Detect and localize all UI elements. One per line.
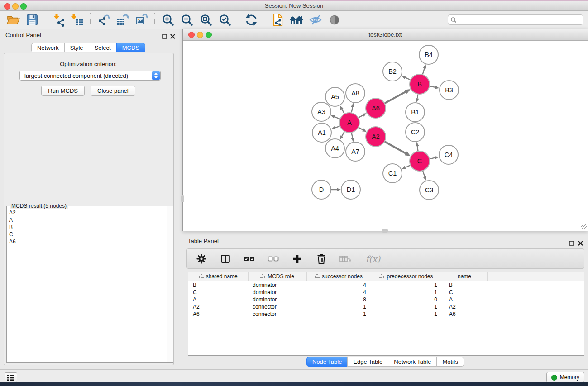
table-cell[interactable]: dominator (248, 289, 306, 296)
window-resize-grip[interactable] (581, 224, 587, 230)
mcds-result-list[interactable]: A2ABCA6 (7, 206, 167, 362)
select-all-button[interactable] (243, 253, 256, 265)
table-cell[interactable]: 1 (306, 310, 371, 318)
float-table-panel-icon[interactable] (569, 239, 574, 248)
table-cell[interactable]: A (442, 296, 487, 303)
table-cell[interactable]: 1 (371, 303, 442, 310)
import-network-button[interactable] (49, 11, 68, 29)
deselect-all-button[interactable] (267, 253, 280, 265)
edge-A-A5[interactable] (342, 109, 344, 114)
hide-selected-button[interactable] (306, 11, 325, 29)
table-cell[interactable]: B (188, 281, 248, 289)
list-item[interactable]: A (9, 216, 167, 224)
edge-A-A7[interactable] (352, 133, 353, 138)
edge-C-C3[interactable] (423, 171, 425, 177)
export-image-button[interactable] (132, 11, 151, 29)
table-settings-button[interactable] (195, 253, 208, 265)
table-cell[interactable]: 4 (306, 289, 371, 296)
column-header-name[interactable]: name (442, 272, 487, 281)
add-row-button[interactable] (291, 253, 304, 265)
edge-A-A4[interactable] (342, 132, 344, 136)
result-list-scrollbar[interactable] (167, 206, 173, 362)
table-row[interactable]: A2connector11A2 (188, 303, 584, 310)
column-header-predecessor-nodes[interactable]: predecessor nodes (371, 272, 442, 281)
tab-node-table[interactable]: Node Table (306, 357, 348, 367)
tab-network-table[interactable]: Network Table (388, 357, 437, 367)
zoom-out-button[interactable] (177, 11, 196, 29)
zoom-in-button[interactable] (158, 11, 177, 29)
show-panels-button[interactable] (5, 372, 17, 383)
home-button[interactable] (287, 11, 306, 29)
import-table-button[interactable] (68, 11, 87, 29)
table-cell[interactable]: 1 (371, 289, 442, 296)
import-network-from-db-button[interactable] (268, 11, 287, 29)
edge-A6-B[interactable] (385, 92, 406, 103)
network-canvas[interactable]: B4B2BB3A8A5A6A3B1AC2A1A2A4A7C4CC1DD1C3 (183, 41, 588, 231)
tab-motifs[interactable]: Motifs (436, 357, 464, 367)
open-session-button[interactable] (4, 11, 23, 29)
edge-B-B4[interactable] (423, 68, 425, 74)
save-session-button[interactable] (23, 11, 42, 29)
tab-style[interactable]: Style (64, 43, 89, 52)
table-cell[interactable]: C (188, 289, 248, 296)
list-item[interactable]: C (9, 231, 167, 238)
export-table-button[interactable] (113, 11, 132, 29)
table-row[interactable]: Cdominator41C (188, 289, 584, 296)
export-network-button[interactable] (94, 11, 113, 29)
table-row[interactable]: A6connector11A6 (188, 310, 584, 318)
edge-C-C2[interactable] (417, 146, 418, 151)
tab-network[interactable]: Network (31, 43, 65, 52)
run-mcds-button[interactable]: Run MCDS (41, 86, 85, 96)
list-item[interactable]: B (9, 224, 167, 231)
refresh-view-button[interactable] (242, 11, 261, 29)
tab-mcds[interactable]: MCDS (116, 43, 145, 52)
edge-A-A6[interactable] (359, 115, 363, 117)
table-cell[interactable]: dominator (248, 281, 306, 289)
edge-A-A2[interactable] (359, 128, 363, 130)
table-cell[interactable]: connector (248, 303, 306, 310)
search-field[interactable] (448, 14, 583, 25)
show-graphics-details-button[interactable] (325, 11, 344, 29)
table-cell[interactable]: 8 (306, 296, 371, 303)
table-row[interactable]: Adominator80A (188, 296, 584, 303)
table-cell[interactable]: B (442, 281, 487, 289)
memory-button[interactable]: Memory (546, 372, 584, 383)
table-cell[interactable]: 1 (306, 303, 371, 310)
edge-A-A8[interactable] (352, 107, 353, 112)
list-item[interactable]: A2 (9, 209, 167, 216)
edge-B-B1[interactable] (417, 95, 418, 99)
table-cell[interactable]: 1 (371, 310, 442, 318)
show-columns-button[interactable] (219, 253, 232, 265)
table-cell[interactable]: A (188, 296, 248, 303)
table-cell[interactable]: 4 (306, 281, 371, 289)
edge-B-B3[interactable] (430, 86, 435, 87)
table-cell[interactable]: A2 (442, 303, 487, 310)
function-builder-button[interactable]: f(x) (363, 253, 383, 265)
node-table-container[interactable]: shared nameMCDS rolesuccessor nodesprede… (188, 272, 584, 356)
delete-table-button[interactable] (339, 253, 352, 265)
criterion-select[interactable]: largest connected component (directed) (19, 71, 161, 81)
zoom-fit-button[interactable] (196, 11, 215, 29)
list-item[interactable]: A6 (9, 238, 167, 245)
edge-A-A3[interactable] (335, 117, 340, 119)
network-vertical-scrollbar[interactable] (181, 195, 184, 202)
search-input[interactable] (457, 15, 583, 24)
zoom-selected-button[interactable] (215, 11, 234, 29)
table-cell[interactable]: A6 (188, 310, 248, 318)
column-header-MCDS-role[interactable]: MCDS role (248, 272, 306, 281)
network-horizontal-scrollbar[interactable] (382, 229, 388, 233)
network-window-titlebar[interactable]: testGlobe.txt (183, 29, 588, 41)
table-cell[interactable]: 1 (371, 281, 442, 289)
edge-B-B2[interactable] (405, 77, 410, 80)
tab-select[interactable]: Select (89, 43, 117, 52)
delete-row-button[interactable] (315, 253, 328, 265)
edge-A2-C[interactable] (385, 142, 406, 153)
edge-A-A1[interactable] (335, 126, 339, 128)
table-cell[interactable]: C (442, 289, 487, 296)
float-panel-icon[interactable] (162, 33, 167, 41)
column-header-successor-nodes[interactable]: successor nodes (306, 272, 371, 281)
table-cell[interactable]: 0 (371, 296, 442, 303)
tab-edge-table[interactable]: Edge Table (347, 357, 388, 367)
table-row[interactable]: Bdominator41B (188, 281, 584, 289)
close-table-panel-icon[interactable] (578, 239, 583, 248)
